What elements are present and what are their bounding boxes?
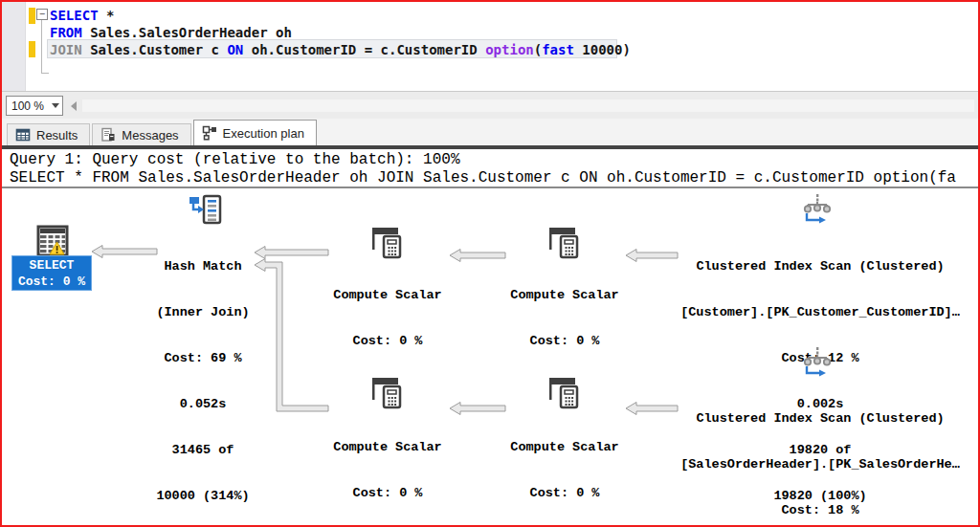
tab-messages[interactable]: Messages — [92, 123, 190, 145]
collapse-toggle-icon[interactable]: − — [36, 9, 48, 20]
sql-token: option — [485, 42, 534, 57]
plan-arrow — [626, 403, 678, 415]
messages-document-icon — [100, 127, 116, 143]
execution-plan-canvas[interactable]: SELECT Cost: 0 % Hash Match (Inner Join)… — [2, 188, 978, 525]
node-label: Clustered Index Scan (Clustered) — [672, 259, 969, 274]
node-label: Clustered Index Scan (Clustered) — [672, 411, 969, 427]
clustered-index-scan-icon[interactable] — [800, 345, 835, 380]
compute-scalar-node[interactable]: Compute Scalar Cost: 0 % — [498, 409, 632, 525]
arrow-left-icon — [71, 101, 77, 111]
chevron-down-icon — [52, 103, 59, 108]
zoom-level-combo[interactable]: 100 % — [6, 96, 63, 116]
combo-dropdown-button[interactable] — [48, 97, 62, 115]
sql-token: ON — [227, 42, 243, 57]
code-area[interactable]: SELECT * FROM Sales.SalesOrderHeader oh … — [50, 2, 978, 91]
results-tabstrip: Results Messages Execution plan — [2, 119, 978, 145]
results-grid-icon — [15, 127, 31, 143]
compute-scalar-icon[interactable] — [547, 225, 581, 259]
hash-match-icon[interactable] — [188, 193, 224, 226]
plan-arrow — [255, 247, 328, 259]
sql-token: FROM — [50, 25, 82, 40]
node-cost: Cost: 69 % — [143, 351, 263, 366]
node-object: [SalesOrderHeader].[PK_SalesOrderHe… — [672, 457, 969, 472]
outline-guide-end — [41, 69, 49, 74]
code-line[interactable]: FROM Sales.SalesOrderHeader oh — [50, 24, 292, 41]
clustered-index-scan-node[interactable]: Clustered Index Scan (Clustered) [SalesO… — [672, 381, 969, 525]
node-label: Compute Scalar — [498, 288, 632, 303]
code-line[interactable]: SELECT * — [50, 7, 114, 24]
node-label: Compute Scalar — [321, 288, 455, 303]
change-bar — [29, 41, 35, 57]
tab-label: Messages — [122, 128, 178, 143]
node-cost: Cost: 0 % — [498, 486, 632, 501]
clustered-index-scan-icon[interactable] — [800, 192, 835, 227]
outline-guide — [41, 20, 42, 74]
execution-plan-icon — [202, 125, 217, 141]
sql-token: 10000) — [574, 42, 631, 57]
node-label: SELECT — [12, 257, 91, 274]
compute-scalar-node[interactable]: Compute Scalar Cost: 0 % — [321, 257, 455, 380]
node-cost: Cost: 0 % — [321, 486, 455, 501]
scrollbar-left-button[interactable] — [67, 99, 80, 113]
node-label: Hash Match — [143, 259, 263, 274]
node-rows-estimated: 10000 (314%) — [143, 489, 263, 504]
sql-token: JOIN — [50, 42, 82, 57]
tab-label: Execution plan — [223, 126, 304, 141]
sql-token: Sales.Customer c — [82, 42, 228, 57]
select-node[interactable]: SELECT Cost: 0 % — [11, 255, 92, 291]
ssms-window: − SELECT * FROM Sales.SalesOrderHeader o… — [0, 0, 980, 527]
node-cost: Cost: 0 % — [498, 334, 632, 349]
code-line[interactable]: JOIN Sales.Customer c ON oh.CustomerID =… — [50, 41, 631, 58]
node-label: Compute Scalar — [498, 440, 632, 455]
zoom-level-value: 100 % — [7, 99, 48, 113]
compute-scalar-icon[interactable] — [370, 225, 404, 259]
change-bar — [29, 8, 35, 24]
sql-token: ( — [534, 42, 542, 57]
tab-label: Results — [36, 128, 78, 143]
tab-results[interactable]: Results — [7, 123, 90, 145]
sql-token: Sales.SalesOrderHeader oh — [82, 25, 292, 40]
editor-bottom-bar: 100 % — [2, 91, 978, 119]
node-label: Compute Scalar — [321, 440, 455, 455]
horizontal-scrollbar[interactable] — [82, 99, 974, 112]
node-sublabel: (Inner Join) — [143, 305, 263, 320]
node-cost: Cost: 0 % — [12, 274, 91, 290]
compute-scalar-node[interactable]: Compute Scalar Cost: 0 % — [321, 409, 455, 525]
node-cost: Cost: 18 % — [672, 503, 969, 518]
hash-match-node[interactable]: Hash Match (Inner Join) Cost: 69 % 0.052… — [143, 229, 263, 525]
query-cost-text: Query 1: Query cost (relative to the bat… — [10, 151, 459, 169]
tab-execution-plan[interactable]: Execution plan — [193, 120, 317, 145]
compute-scalar-icon[interactable] — [547, 375, 581, 409]
plan-arrow — [626, 250, 678, 262]
plan-statement-header: Query 1: Query cost (relative to the bat… — [2, 149, 978, 188]
sql-token: * — [99, 8, 115, 23]
editor-gutter — [2, 2, 26, 91]
node-cost: Cost: 0 % — [321, 334, 455, 349]
sql-token: oh.CustomerID = c.CustomerID — [243, 42, 485, 57]
node-object: [Customer].[PK_Customer_CustomerID]… — [672, 305, 969, 320]
compute-scalar-node[interactable]: Compute Scalar Cost: 0 % — [498, 257, 632, 380]
sql-token: fast — [542, 42, 574, 57]
compute-scalar-icon[interactable] — [370, 375, 404, 409]
plan-arrow-elbow — [255, 259, 328, 412]
sql-token: SELECT — [50, 8, 99, 23]
node-time: 0.052s — [143, 397, 263, 412]
node-rows-actual: 31465 of — [143, 443, 263, 458]
warning-icon — [49, 241, 65, 255]
sql-editor[interactable]: − SELECT * FROM Sales.SalesOrderHeader o… — [2, 2, 978, 91]
query-statement-text: SELECT * FROM Sales.SalesOrderHeader oh … — [10, 169, 956, 187]
